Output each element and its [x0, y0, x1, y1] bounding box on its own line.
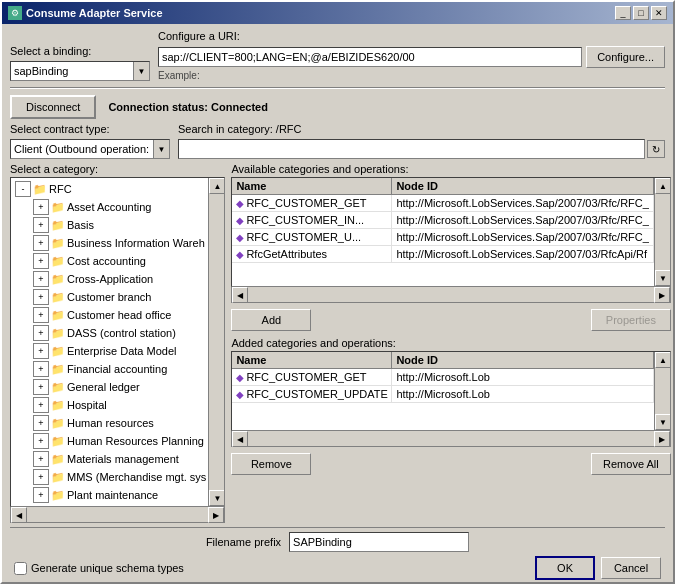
- unique-schema-checkbox[interactable]: [14, 562, 27, 575]
- item-expander[interactable]: +: [33, 325, 49, 341]
- scroll-up-button[interactable]: ▲: [209, 178, 225, 194]
- contract-select[interactable]: Client (Outbound operation: ▼: [10, 139, 170, 159]
- list-item[interactable]: + 📁 Materials management: [13, 450, 208, 468]
- scroll-down-button[interactable]: ▼: [655, 270, 671, 286]
- item-expander[interactable]: +: [33, 289, 49, 305]
- item-expander[interactable]: +: [33, 253, 49, 269]
- table-row[interactable]: ◆RFC_CUSTOMER_UPDATE http://Microsoft.Lo…: [232, 386, 654, 403]
- example-label: Example:: [158, 70, 665, 81]
- scroll-left-button[interactable]: ◀: [232, 431, 248, 447]
- list-item[interactable]: + 📁 MMS (Merchandise mgt. sys: [13, 468, 208, 486]
- root-expander[interactable]: -: [15, 181, 31, 197]
- scroll-left-button[interactable]: ◀: [11, 507, 27, 523]
- list-item[interactable]: + 📁 Enterprise Data Model: [13, 342, 208, 360]
- available-section: Available categories and operations: Nam…: [231, 163, 671, 303]
- list-item[interactable]: + 📁 General ledger: [13, 378, 208, 396]
- added-row-name: ◆RFC_CUSTOMER_UPDATE: [232, 386, 392, 402]
- refresh-icon[interactable]: ↻: [647, 140, 665, 158]
- main-area: Select a category: - 📁 RFC: [10, 163, 665, 523]
- table-row[interactable]: ◆RFC_CUSTOMER_GET http://Microsoft.Lob: [232, 369, 654, 386]
- item-expander[interactable]: +: [33, 451, 49, 467]
- configure-button[interactable]: Configure...: [586, 46, 665, 68]
- scroll-right-button[interactable]: ▶: [208, 507, 224, 523]
- connection-status: Connection status: Connected: [108, 101, 268, 113]
- list-item[interactable]: + 📁 Financial accounting: [13, 360, 208, 378]
- tree-root-item[interactable]: - 📁 RFC: [13, 180, 208, 198]
- item-expander[interactable]: +: [33, 415, 49, 431]
- item-expander[interactable]: +: [33, 433, 49, 449]
- list-item[interactable]: + 📁 Asset Accounting: [13, 198, 208, 216]
- table-row[interactable]: ◆RFC_CUSTOMER_U... http://Microsoft.LobS…: [232, 229, 654, 246]
- tree-item-label: Human Resources Planning: [67, 435, 204, 447]
- maximize-button[interactable]: □: [633, 6, 649, 20]
- list-item[interactable]: + 📁 Human resources: [13, 414, 208, 432]
- item-folder-icon: 📁: [51, 272, 65, 286]
- available-table-body: ◆RFC_CUSTOMER_GET http://Microsoft.LobSe…: [232, 195, 670, 283]
- scroll-up-button[interactable]: ▲: [655, 178, 671, 194]
- remove-all-button[interactable]: Remove All: [591, 453, 671, 475]
- item-expander[interactable]: +: [33, 487, 49, 503]
- list-item[interactable]: + 📁 Cost accounting: [13, 252, 208, 270]
- add-properties-buttons: Add Properties: [231, 307, 671, 333]
- item-expander[interactable]: +: [33, 271, 49, 287]
- disconnect-button[interactable]: Disconnect: [10, 95, 96, 119]
- item-expander[interactable]: +: [33, 217, 49, 233]
- list-item[interactable]: + 📁 Cross-Application: [13, 270, 208, 288]
- title-buttons: _ □ ✕: [615, 6, 667, 20]
- scroll-right-button[interactable]: ▶: [654, 431, 670, 447]
- window-title: Consume Adapter Service: [26, 7, 163, 19]
- table-row[interactable]: ◆RFC_CUSTOMER_IN... http://Microsoft.Lob…: [232, 212, 654, 229]
- item-expander[interactable]: +: [33, 361, 49, 377]
- checkbox-group: Generate unique schema types: [14, 562, 184, 575]
- diamond-icon: ◆: [236, 249, 244, 260]
- properties-button[interactable]: Properties: [591, 309, 671, 331]
- table-row[interactable]: ◆RFC_CUSTOMER_GET http://Microsoft.LobSe…: [232, 195, 654, 212]
- uri-input[interactable]: [158, 47, 582, 67]
- list-item[interactable]: + 📁 DASS (control station): [13, 324, 208, 342]
- item-expander[interactable]: +: [33, 343, 49, 359]
- binding-value: sapBinding: [11, 64, 133, 78]
- section-divider-1: [10, 87, 665, 89]
- list-item[interactable]: + 📁 Basis: [13, 216, 208, 234]
- list-item[interactable]: + 📁 Business Information Wareh: [13, 234, 208, 252]
- scroll-up-button[interactable]: ▲: [655, 352, 671, 368]
- list-item[interactable]: + 📁 Customer head office: [13, 306, 208, 324]
- item-folder-icon: 📁: [51, 452, 65, 466]
- list-item[interactable]: + 📁 Human Resources Planning: [13, 432, 208, 450]
- item-expander[interactable]: +: [33, 397, 49, 413]
- tree-item-label: Cost accounting: [67, 255, 146, 267]
- list-item[interactable]: + 📁 Customer branch: [13, 288, 208, 306]
- minimize-button[interactable]: _: [615, 6, 631, 20]
- binding-label: Select a binding:: [10, 45, 150, 57]
- scroll-left-button[interactable]: ◀: [232, 287, 248, 303]
- binding-dropdown-arrow[interactable]: ▼: [133, 62, 149, 80]
- scroll-down-button[interactable]: ▼: [655, 414, 671, 430]
- window-icon: ⚙: [8, 6, 22, 20]
- filename-input[interactable]: [289, 532, 469, 552]
- cancel-button[interactable]: Cancel: [601, 557, 661, 579]
- add-button[interactable]: Add: [231, 309, 311, 331]
- added-scrollbar: ▲ ▼: [654, 352, 670, 430]
- scroll-right-button[interactable]: ▶: [654, 287, 670, 303]
- tree-item-label: Asset Accounting: [67, 201, 151, 213]
- tree-item-label: Plant maintenance: [67, 489, 158, 501]
- scroll-down-button[interactable]: ▼: [209, 490, 225, 506]
- item-expander[interactable]: +: [33, 307, 49, 323]
- contract-dropdown-arrow[interactable]: ▼: [153, 140, 169, 158]
- list-item[interactable]: + 📁 Plant maintenance: [13, 486, 208, 504]
- remove-button[interactable]: Remove: [231, 453, 311, 475]
- item-expander[interactable]: +: [33, 235, 49, 251]
- tree-item-label: Enterprise Data Model: [67, 345, 176, 357]
- item-expander[interactable]: +: [33, 469, 49, 485]
- list-item[interactable]: + 📁 Hospital: [13, 396, 208, 414]
- table-row[interactable]: ◆RfcGetAttributes http://Microsoft.LobSe…: [232, 246, 654, 263]
- close-button[interactable]: ✕: [651, 6, 667, 20]
- search-input[interactable]: [178, 139, 645, 159]
- item-expander[interactable]: +: [33, 379, 49, 395]
- item-folder-icon: 📁: [51, 200, 65, 214]
- item-expander[interactable]: +: [33, 199, 49, 215]
- binding-select[interactable]: sapBinding ▼: [10, 61, 150, 81]
- ok-button[interactable]: OK: [535, 556, 595, 580]
- available-name-header: Name: [232, 178, 392, 194]
- added-row-nodeid: http://Microsoft.Lob: [392, 369, 654, 385]
